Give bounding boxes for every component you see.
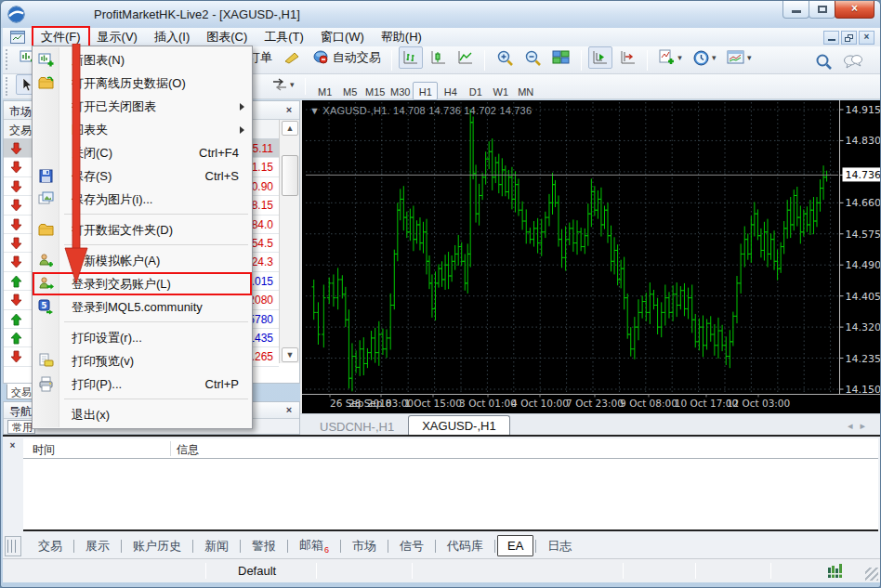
timeframe-button-m30[interactable]: M30: [388, 82, 413, 100]
market-watch-scrollbar[interactable]: ▲ ▼: [279, 120, 299, 363]
zoom-in-button[interactable]: [493, 46, 518, 69]
arrow-down-icon: [10, 142, 22, 155]
toolbar-grip[interactable]: [6, 49, 9, 70]
menubar-item-5[interactable]: 工具(T): [256, 27, 312, 47]
line-style-dropdown-arrow[interactable]: ▾: [290, 80, 295, 89]
maximize-icon: [818, 6, 827, 13]
timeframe-button-m5[interactable]: M5: [337, 82, 362, 100]
tab-scroll-right-icon[interactable]: ▸: [860, 420, 873, 431]
candlestick-mode-button[interactable]: [427, 46, 451, 69]
time-column-header[interactable]: 时间: [33, 442, 55, 458]
submenu-arrow-icon: [240, 103, 244, 111]
terminal-tab-交易[interactable]: 交易: [29, 535, 72, 557]
terminal-tab-展示[interactable]: 展示: [76, 535, 119, 557]
quick-trade-button[interactable]: [279, 46, 305, 69]
timeframe-button-h1[interactable]: H1: [413, 82, 438, 100]
autotrading-button[interactable]: 自动交易: [309, 46, 385, 69]
price-chart[interactable]: 14.91514.83014.73614.66014.57514.49014.4…: [302, 100, 880, 413]
svg-text:14.490: 14.490: [846, 259, 881, 271]
terminal-close-icon[interactable]: ×: [7, 440, 19, 452]
market-watch-close-icon[interactable]: ×: [283, 104, 296, 117]
timeframe-button-m1[interactable]: M1: [312, 82, 337, 100]
svg-text:5: 5: [41, 301, 46, 310]
svg-text:14.736: 14.736: [846, 169, 881, 181]
svg-text:7 Oct 23:00: 7 Oct 23:00: [566, 398, 624, 409]
templates-button[interactable]: ▾: [723, 46, 756, 69]
tile-windows-button[interactable]: [548, 46, 573, 69]
search-button[interactable]: [811, 50, 836, 72]
svg-text:1 Oct 15:00: 1 Oct 15:00: [404, 398, 462, 409]
maximize-button[interactable]: [809, 1, 835, 19]
chat-button[interactable]: [839, 50, 867, 72]
auto-scroll-button[interactable]: [588, 46, 612, 69]
connection-status-icon: [828, 564, 845, 578]
file-menu-item-label: 打印(P)...: [72, 376, 122, 393]
menubar-item-7[interactable]: 帮助(H): [373, 27, 430, 47]
timeframe-button-w1[interactable]: W1: [488, 82, 513, 100]
timeframe-button-d1[interactable]: D1: [463, 82, 488, 100]
timeframe-button-mn[interactable]: MN: [513, 82, 538, 100]
terminal-tab-EA[interactable]: EA: [497, 535, 533, 556]
terminal-tab-账户历史[interactable]: 账户历史: [124, 535, 191, 557]
profile-name[interactable]: Default: [238, 564, 276, 578]
toolbar-grip-2[interactable]: [6, 77, 9, 96]
periods-dropdown-arrow[interactable]: ▾: [712, 53, 717, 62]
menubar-item-3[interactable]: 插入(I): [146, 27, 198, 47]
timeframe-button-h4[interactable]: H4: [438, 82, 463, 100]
navigator-close-icon[interactable]: ×: [283, 404, 296, 417]
chart-symbol-header[interactable]: ▼ XAGUSD-,H1. 14.708 14.736 14.702 14.73…: [309, 105, 532, 116]
arrow-up-icon: [10, 332, 22, 345]
indicators-dropdown-arrow[interactable]: ▾: [677, 53, 682, 62]
menubar-item-6[interactable]: 窗口(W): [312, 27, 373, 47]
file-menu-item-17[interactable]: 打印(P)...Ctrl+P: [33, 372, 252, 396]
account-new-icon: [38, 253, 54, 268]
mdi-restore-button[interactable]: [841, 31, 857, 45]
mdi-close-button[interactable]: ×: [859, 31, 874, 45]
terminal-tab-代码库[interactable]: 代码库: [438, 535, 493, 557]
terminal-tab-日志[interactable]: 日志: [538, 535, 581, 557]
scrollbar-thumb[interactable]: [282, 155, 298, 196]
scroll-down-icon[interactable]: ▼: [282, 347, 298, 362]
file-menu-item-19[interactable]: 退出(x): [33, 403, 252, 426]
file-menu-item-13[interactable]: 5登录到MQL5.community: [33, 295, 252, 319]
svg-text:14.830: 14.830: [846, 135, 881, 147]
bar-chart-mode-button[interactable]: [399, 46, 423, 69]
shortcut-label: Ctrl+S: [205, 169, 239, 183]
zoom-out-button[interactable]: [520, 46, 546, 69]
indicators-icon: [658, 49, 676, 66]
terminal-tab-新闻[interactable]: 新闻: [195, 535, 238, 557]
indicators-button[interactable]: ▾: [654, 46, 686, 69]
line-chart-mode-button[interactable]: [454, 46, 478, 69]
terminal-tab-警报[interactable]: 警报: [243, 535, 285, 557]
message-column-header[interactable]: 信息: [177, 442, 199, 458]
chart-window[interactable]: 14.91514.83014.73614.66014.57514.49014.4…: [300, 100, 880, 413]
timeframe-button-m15[interactable]: M15: [362, 82, 388, 100]
terminal-tab-邮箱[interactable]: 邮箱6: [290, 534, 338, 557]
tab-scroll-left-icon[interactable]: ◂: [848, 420, 861, 431]
chart-tab-2[interactable]: XAGUSD-,H1: [408, 415, 509, 436]
svg-text:14.915: 14.915: [846, 104, 881, 116]
scroll-up-icon[interactable]: ▲: [282, 121, 298, 136]
status-divider: [205, 563, 206, 579]
periods-button[interactable]: ▾: [689, 46, 720, 69]
chart-shift-button[interactable]: [616, 46, 640, 69]
chart-shift-icon: [620, 49, 637, 66]
terminal-body: [23, 459, 878, 531]
menubar-item-4[interactable]: 图表(C): [198, 27, 256, 47]
svg-text:3 Oct 01:00: 3 Oct 01:00: [459, 398, 517, 409]
resize-grip[interactable]: [865, 568, 878, 581]
chart-tab-1[interactable]: USDCNH-,H1: [306, 416, 408, 436]
mdi-minimize-button[interactable]: [823, 31, 839, 45]
file-menu-item-15[interactable]: 打印设置(r)...: [33, 326, 252, 349]
menu-separator: [33, 319, 252, 326]
terminal-grip-icon[interactable]: [5, 536, 21, 556]
terminal-tab-市场[interactable]: 市场: [343, 535, 386, 557]
menubar-item-2[interactable]: 显示(V): [89, 27, 146, 47]
templates-dropdown-arrow[interactable]: ▾: [747, 53, 752, 62]
terminal-tab-信号[interactable]: 信号: [390, 535, 433, 557]
line-style-tool-button[interactable]: ▾: [268, 74, 298, 95]
mail-badge: 6: [324, 545, 329, 555]
close-button[interactable]: ×: [835, 1, 874, 19]
minimize-button[interactable]: [782, 1, 809, 19]
file-menu-item-16[interactable]: 打印预览(v): [33, 349, 252, 372]
